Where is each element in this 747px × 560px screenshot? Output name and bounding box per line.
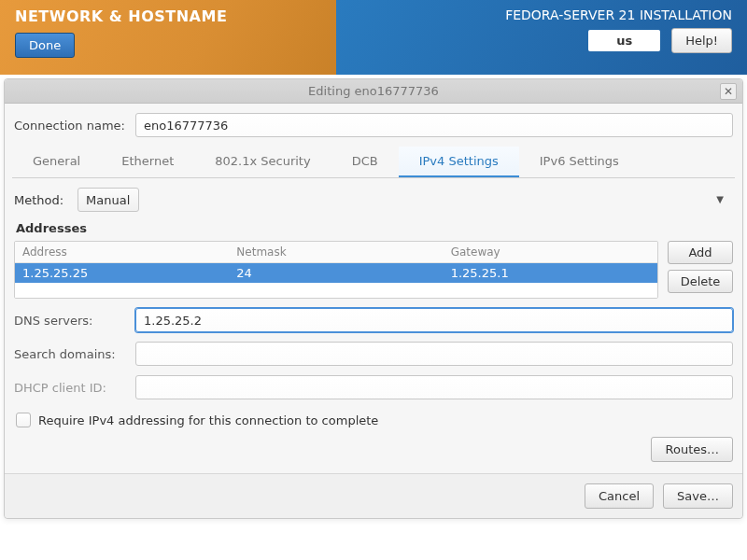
settings-tabs: General Ethernet 802.1x Security DCB IPv… — [12, 147, 735, 178]
help-button[interactable]: Help! — [671, 28, 732, 53]
cell-gateway: 1.25.25.1 — [444, 263, 657, 283]
table-row[interactable]: 1.25.25.25 24 1.25.25.1 — [15, 263, 657, 283]
cell-netmask: 24 — [229, 263, 443, 283]
dhcp-client-id-input[interactable] — [135, 375, 733, 399]
tab-ipv4[interactable]: IPv4 Settings — [399, 147, 519, 177]
product-title: FEDORA-SERVER 21 INSTALLATION — [505, 7, 732, 22]
dns-label: DNS servers: — [14, 314, 126, 328]
method-label: Method: — [14, 193, 68, 207]
dialog-title: Editing eno16777736 — [308, 84, 439, 98]
method-select[interactable]: Manual — [78, 188, 139, 212]
tab-ipv6[interactable]: IPv6 Settings — [519, 147, 640, 177]
dns-servers-input[interactable] — [135, 308, 733, 332]
tab-general[interactable]: General — [12, 147, 101, 177]
require-ipv4-checkbox[interactable] — [16, 413, 31, 427]
banner-right: FEDORA-SERVER 21 INSTALLATION us Help! — [336, 0, 747, 75]
col-netmask: Netmask — [229, 242, 443, 263]
save-button[interactable]: Save… — [663, 483, 733, 509]
dialog-footer: Cancel Save… — [5, 473, 742, 518]
col-address: Address — [15, 242, 229, 263]
connection-name-label: Connection name: — [14, 119, 126, 133]
tab-dcb[interactable]: DCB — [331, 147, 399, 177]
done-button[interactable]: Done — [15, 33, 75, 58]
table-empty-row — [15, 283, 657, 298]
connection-editor-dialog: Editing eno16777736 ✕ Connection name: G… — [4, 78, 743, 519]
dhcp-client-id-label: DHCP client ID: — [14, 381, 126, 395]
require-ipv4-label: Require IPv4 addressing for this connect… — [38, 413, 378, 427]
installer-banner: NETWORK & HOSTNAME Done FEDORA-SERVER 21… — [0, 0, 747, 75]
addresses-table[interactable]: Address Netmask Gateway 1.25.25.25 24 1.… — [14, 241, 658, 299]
keyboard-indicator[interactable]: us — [588, 30, 660, 51]
search-domains-input[interactable] — [135, 342, 733, 366]
col-gateway: Gateway — [444, 242, 657, 263]
cell-address: 1.25.25.25 — [15, 263, 229, 283]
routes-button[interactable]: Routes… — [651, 437, 733, 462]
search-domains-label: Search domains: — [14, 347, 126, 361]
addresses-header: Address Netmask Gateway — [15, 242, 657, 263]
close-icon[interactable]: ✕ — [720, 83, 737, 100]
delete-address-button[interactable]: Delete — [668, 270, 733, 293]
tab-ethernet[interactable]: Ethernet — [101, 147, 194, 177]
add-address-button[interactable]: Add — [668, 241, 733, 264]
addresses-section-title: Addresses — [16, 221, 733, 235]
cancel-button[interactable]: Cancel — [585, 483, 654, 509]
tab-8021x[interactable]: 802.1x Security — [194, 147, 331, 177]
connection-name-input[interactable] — [135, 113, 733, 137]
spoke-title: NETWORK & HOSTNAME — [15, 7, 321, 25]
chevron-down-icon: ▼ — [716, 194, 724, 204]
banner-left: NETWORK & HOSTNAME Done — [0, 0, 336, 75]
dialog-titlebar: Editing eno16777736 ✕ — [5, 79, 742, 104]
